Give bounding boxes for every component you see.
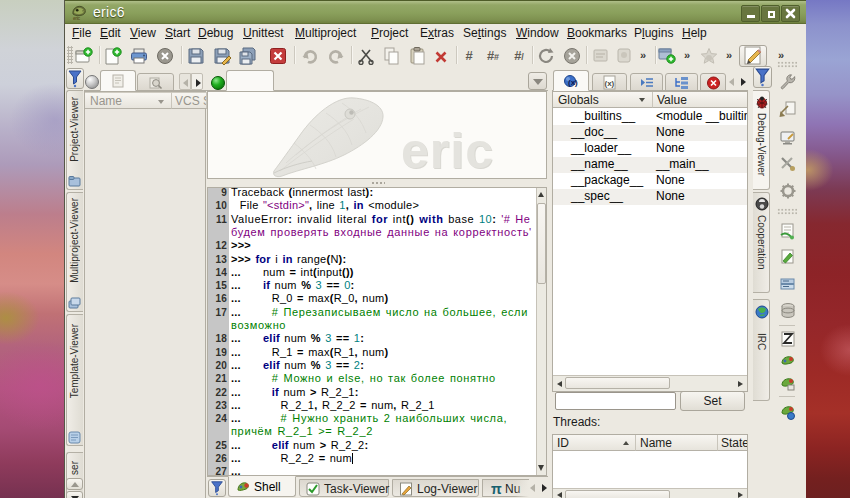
svg-text:eric: eric <box>73 16 81 21</box>
svg-text:eric: eric <box>401 123 494 179</box>
svg-text:(x): (x) <box>568 78 578 87</box>
svg-text:(x): (x) <box>605 79 615 88</box>
